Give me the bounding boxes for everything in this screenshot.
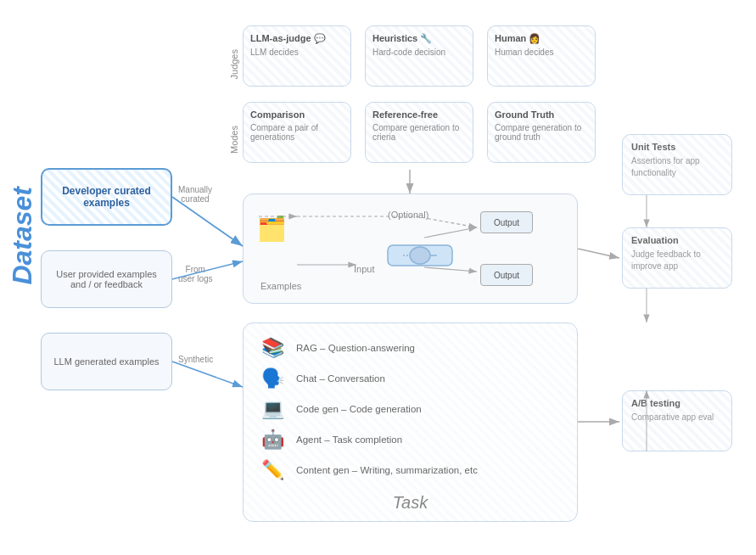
output-bottom-box: Output <box>480 264 533 286</box>
examples-label: Examples <box>260 281 301 291</box>
from-logs-label: Fromuser logs <box>178 265 213 283</box>
judge-llm-title: LLM-as-judge 💬 <box>250 33 344 44</box>
modes-section-label: Modes <box>229 126 239 154</box>
unit-tests-title: Unit Tests <box>631 142 723 152</box>
ab-title: A/B testing <box>631 398 723 408</box>
contentgen-text: Content gen – Writing, summarization, et… <box>296 465 478 475</box>
output-top-box: Output <box>480 211 533 233</box>
mode-comparison-sub: Compare a pair of generations <box>250 123 344 142</box>
svg-line-7 <box>172 197 243 246</box>
agent-icon: 🤖 <box>257 429 288 451</box>
manually-curated-label: Manuallycurated <box>178 185 212 204</box>
mode-card-reference-free: Reference-free Compare generation to cri… <box>365 102 473 163</box>
ab-sub: Comparative app eval <box>631 412 723 423</box>
task-item-codegen: 💻 Code gen – Code generation <box>257 398 563 420</box>
judge-human-sub: Human decides <box>495 48 588 57</box>
pipeline-files-icon: 🗂️ <box>257 215 287 243</box>
dataset-label: Dataset <box>7 187 38 285</box>
ab-testing-box: A/B testing Comparative app eval <box>622 390 732 451</box>
eval-title: Evaluation <box>631 235 723 245</box>
judge-card-human: Human 👩 Human decides <box>487 25 596 87</box>
input-label: Input <box>354 264 374 274</box>
pipeline-box: 🗂️ (Optional) Run Output Output <box>243 193 578 304</box>
mode-reference-sub: Compare generation to crieria <box>372 123 466 142</box>
mode-reference-title: Reference-free <box>372 109 466 120</box>
user-provided-box: User provided examples and / or feedback <box>41 250 172 308</box>
rag-icon: 📚 <box>257 337 288 359</box>
svg-point-1 <box>410 247 430 264</box>
judges-section-label: Judges <box>229 49 239 79</box>
task-title: Task <box>393 493 428 513</box>
judge-heuristics-title: Heuristics 🔧 <box>372 33 466 44</box>
unit-tests-box: Unit Tests Assertions for app functional… <box>622 134 732 195</box>
unit-tests-sub: Assertions for app functionality <box>631 155 723 179</box>
mode-card-comparison: Comparison Compare a pair of generations <box>243 102 351 163</box>
rag-text: RAG – Question-answering <box>296 343 415 353</box>
agent-text: Agent – Task completion <box>296 434 402 445</box>
eval-sub: Judge feedback to improve app <box>631 249 723 272</box>
judge-card-llm: LLM-as-judge 💬 LLM decides <box>243 25 351 87</box>
judge-heuristics-sub: Hard-code decision <box>372 48 466 57</box>
codegen-text: Code gen – Code generation <box>296 404 422 414</box>
task-box: 📚 RAG – Question-answering 🗣️ Chat – Con… <box>243 322 578 522</box>
mode-ground-title: Ground Truth <box>495 109 588 120</box>
task-item-agent: 🤖 Agent – Task completion <box>257 429 563 451</box>
llm-generated-box: LLM generated examples <box>41 333 172 390</box>
codegen-icon: 💻 <box>257 398 288 420</box>
svg-line-10 <box>578 249 619 258</box>
pipeline-inner: 🗂️ (Optional) Run Output Output <box>244 194 577 303</box>
task-item-contentgen: ✏️ Content gen – Writing, summarization,… <box>257 459 563 481</box>
judge-llm-sub: LLM decides <box>250 48 344 57</box>
judges-row: LLM-as-judge 💬 LLM decides Heuristics 🔧 … <box>243 25 602 87</box>
task-item-rag: 📚 RAG – Question-answering <box>257 337 563 359</box>
task-item-chat: 🗣️ Chat – Conversation <box>257 367 563 390</box>
judge-human-title: Human 👩 <box>495 33 588 44</box>
judge-card-heuristics: Heuristics 🔧 Hard-code decision <box>365 25 473 87</box>
diagram-container: Dataset Developer curated examples User … <box>0 0 756 555</box>
mode-card-ground-truth: Ground Truth Compare generation to groun… <box>487 102 596 163</box>
pipeline-cylinder <box>386 238 454 276</box>
chat-icon: 🗣️ <box>257 367 288 390</box>
evaluation-box: Evaluation Judge feedback to improve app <box>622 227 732 289</box>
chat-text: Chat – Conversation <box>296 373 385 384</box>
svg-line-9 <box>172 362 243 387</box>
mode-comparison-title: Comparison <box>250 109 344 120</box>
modes-row: Comparison Compare a pair of generations… <box>243 102 602 163</box>
mode-ground-sub: Compare generation to ground truth <box>495 123 588 142</box>
dev-curated-box: Developer curated examples <box>41 168 172 226</box>
optional-label: (Optional) <box>388 210 428 220</box>
synthetic-label: Synthetic <box>178 355 213 364</box>
contentgen-icon: ✏️ <box>257 459 288 481</box>
